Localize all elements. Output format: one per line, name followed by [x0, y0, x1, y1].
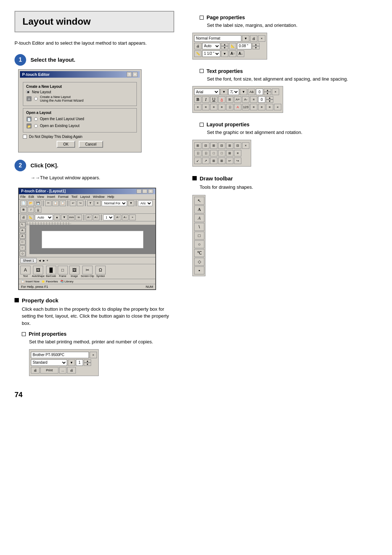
tool-circle[interactable]: ○ — [20, 245, 25, 250]
text-size-combo[interactable]: 72 — [228, 89, 239, 95]
layout-btn14[interactable]: ↗ — [202, 158, 209, 164]
text-align-justify[interactable]: ≡ — [218, 104, 225, 110]
print-copies-down[interactable]: ▼ — [84, 363, 91, 366]
print-combo-arrow[interactable]: ▼ — [68, 359, 75, 366]
app-minimize-btn[interactable]: _ — [136, 189, 142, 193]
toolbar-format-combo[interactable]: Normal Format — [102, 200, 127, 206]
tool-cursor[interactable]: ↖ — [20, 222, 25, 227]
text-numbering[interactable]: 123 — [242, 104, 249, 110]
toolbar-font-combo[interactable]: Arial — [138, 200, 152, 206]
tb-prop2[interactable]: 📐 — [28, 215, 34, 220]
tb-save[interactable]: 💾 — [35, 200, 41, 206]
draw-line-btn[interactable]: \ — [194, 223, 204, 231]
tb-more[interactable]: » — [129, 215, 136, 220]
tb-underline[interactable]: U — [35, 207, 41, 213]
text-vertical1[interactable]: ⌸ — [226, 104, 233, 110]
draw-diamond-btn[interactable]: ◇ — [194, 258, 204, 266]
tb-cut[interactable]: ✂ — [45, 200, 52, 206]
text-align-center[interactable]: ≡ — [202, 104, 209, 110]
menu-file[interactable]: File — [20, 195, 26, 199]
draw-curve-btn[interactable]: ℃ — [194, 249, 204, 257]
tb-a-dn[interactable]: A↓ — [122, 215, 128, 220]
favorites-tab[interactable]: ⭐ Favorites — [41, 280, 58, 283]
page-close-btn[interactable]: × — [258, 35, 265, 42]
layout-btn17[interactable]: ↩ — [226, 158, 233, 164]
page-tape-arrow[interactable]: ▼ — [221, 50, 228, 57]
bottom-tool-frame[interactable]: □ Frame — [58, 266, 68, 277]
layout-close-btn[interactable]: × — [242, 142, 249, 149]
tb-undo[interactable]: ↩ — [70, 200, 76, 206]
tb-mm[interactable]: mm — [68, 215, 75, 220]
layout-btn16[interactable]: ⊞ — [218, 158, 225, 164]
text-underline-btn[interactable]: U — [210, 96, 217, 103]
text-font-arrow[interactable]: ▼ — [220, 89, 228, 95]
print-icon-btn[interactable]: 🖨 — [31, 367, 40, 374]
draw-rect-btn[interactable]: □ — [194, 232, 204, 240]
text-fontcolor-btn[interactable]: A — [218, 96, 225, 103]
page-tape-combo[interactable]: 1 1/2 " — [202, 50, 220, 57]
bottom-tool-autoshape[interactable]: 🖼 AutoShape — [32, 266, 45, 277]
tb-tape-up[interactable]: ▲ — [54, 215, 60, 220]
text-spacing-btn[interactable]: Aä — [248, 89, 255, 95]
tb-new[interactable]: 📄 — [20, 200, 27, 206]
text-size-arrow[interactable]: ▼ — [240, 89, 247, 95]
bottom-tool-image[interactable]: 🖼 Image — [69, 266, 79, 277]
do-not-display-checkbox-row[interactable]: Do Not Display This Dialog Again — [23, 135, 137, 139]
library-tab[interactable]: 📚 Library — [60, 280, 74, 283]
text-linespace-input[interactable] — [258, 96, 265, 103]
layout-btn8[interactable]: ⌸ — [202, 150, 209, 156]
text-linespace-down[interactable]: ▼ — [266, 99, 273, 103]
layout-btn12[interactable]: ≡ — [234, 150, 241, 156]
page-auto-up[interactable]: ▲ — [221, 43, 228, 46]
menu-tool[interactable]: Tool — [71, 195, 77, 199]
page-icon2[interactable]: 📐 — [229, 43, 236, 49]
toolbar-tape-combo[interactable]: Auto — [35, 215, 53, 220]
text-linespace-btn[interactable]: ≡ — [250, 96, 257, 103]
layout-btn15[interactable]: ⊞ — [210, 158, 217, 164]
text-textformat-btn[interactable]: ⊞ — [226, 96, 233, 103]
menu-format[interactable]: Format — [58, 195, 69, 199]
text-align-left[interactable]: ≡ — [194, 104, 201, 110]
tb-a-up[interactable]: A↑ — [115, 215, 121, 220]
page-align2[interactable]: A↓ — [237, 50, 244, 57]
tool-text2[interactable]: Ā — [20, 234, 25, 239]
new-layout-radio[interactable]: New Layout — [26, 90, 134, 94]
tb-align2[interactable]: A↓ — [93, 215, 99, 220]
app-close-btn[interactable]: × — [148, 189, 153, 193]
tb-italic[interactable]: I — [28, 207, 34, 213]
menu-help[interactable]: Help — [107, 195, 114, 199]
layout-btn10[interactable]: □ — [218, 150, 225, 156]
tb-redo[interactable]: ↪ — [77, 200, 83, 206]
page-tape-icon[interactable]: 📏 — [194, 50, 201, 57]
tb-open[interactable]: 📂 — [28, 200, 34, 206]
tb-align1[interactable]: A↑ — [86, 215, 92, 220]
print-copies-input[interactable] — [76, 359, 83, 366]
draw-image-btn[interactable]: ▪ — [194, 266, 204, 274]
auto-wizard-radio[interactable]: A Create a New LayoutUsing the Auto Form… — [26, 95, 134, 102]
text-italic-btn[interactable]: I — [202, 96, 209, 103]
layout-btn13[interactable]: ↙ — [194, 158, 201, 164]
menu-edit[interactable]: Edit — [29, 195, 34, 199]
layout-btn3[interactable]: ⊞ — [210, 142, 217, 149]
layout-btn2[interactable]: ⊟ — [202, 142, 209, 149]
print-method-combo[interactable]: Standard — [31, 359, 67, 366]
bottom-tool-text[interactable]: A Text — [20, 266, 30, 277]
layout-btn1[interactable]: ⊞ — [194, 142, 201, 149]
layout-btn5[interactable]: ⊞ — [226, 142, 233, 149]
print-dots-btn[interactable]: ... — [59, 367, 66, 374]
draw-text-btn[interactable]: A — [194, 205, 204, 213]
page-format-arrow[interactable]: ▼ — [242, 35, 249, 42]
page-auto-down[interactable]: ▼ — [221, 46, 228, 49]
text-sizedown-btn[interactable]: A- — [242, 96, 249, 103]
text-bold-btn[interactable]: B — [194, 96, 201, 103]
do-not-display-checkbox[interactable] — [23, 135, 27, 139]
tb-arrow[interactable]: ▼ — [128, 200, 134, 206]
page-size-up[interactable]: ▲ — [252, 43, 260, 46]
text-spacing-input[interactable] — [256, 89, 263, 95]
text-font-combo[interactable]: Arial — [194, 89, 220, 95]
page-icon1[interactable]: 🖨 — [194, 43, 201, 49]
tb-in[interactable]: in — [75, 215, 82, 220]
draw-text2-btn[interactable]: A — [194, 214, 204, 222]
app-maximize-btn[interactable]: □ — [142, 189, 147, 193]
ok-button[interactable]: OK — [57, 141, 75, 148]
